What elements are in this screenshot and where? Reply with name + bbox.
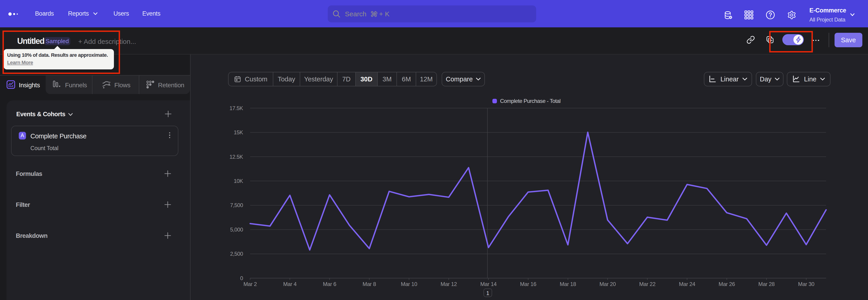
svg-text:12.5K: 12.5K [229,153,243,160]
svg-text:7,500: 7,500 [230,202,243,208]
svg-text:Mar 14: Mar 14 [480,281,497,287]
svg-text:15K: 15K [234,129,243,136]
svg-text:Mar 16: Mar 16 [520,281,536,287]
svg-text:Mar 30: Mar 30 [798,281,814,287]
svg-text:Mar 20: Mar 20 [599,281,616,287]
svg-text:Mar 24: Mar 24 [679,281,695,287]
svg-text:Mar 26: Mar 26 [719,281,735,287]
svg-text:Mar 2: Mar 2 [243,281,257,287]
svg-text:Mar 22: Mar 22 [639,281,655,287]
svg-text:Mar 10: Mar 10 [401,281,417,287]
svg-text:Mar 12: Mar 12 [440,281,457,287]
svg-text:Mar 8: Mar 8 [363,281,376,287]
svg-text:17.5K: 17.5K [229,105,243,111]
svg-text:5,000: 5,000 [230,226,243,232]
svg-text:Mar 28: Mar 28 [758,281,775,287]
svg-text:0: 0 [240,275,243,281]
svg-text:Mar 18: Mar 18 [560,281,576,287]
svg-text:Mar 6: Mar 6 [323,281,336,287]
svg-text:2,500: 2,500 [230,251,243,257]
svg-text:10K: 10K [234,178,243,184]
svg-text:Mar 4: Mar 4 [283,281,297,287]
